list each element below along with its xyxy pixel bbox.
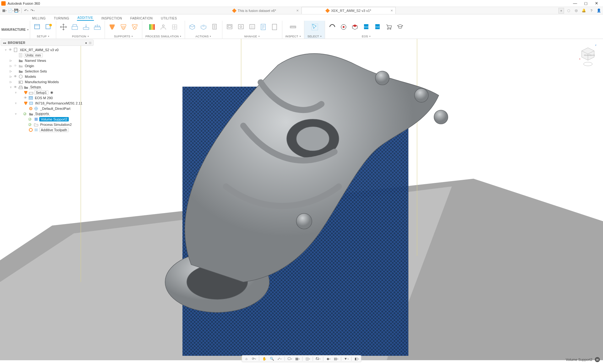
print-settings-library-icon[interactable]	[237, 23, 245, 31]
bar-support-icon[interactable]	[119, 23, 128, 31]
expand-icon[interactable]: ▿	[9, 86, 12, 89]
expand-icon[interactable]: ▷	[9, 70, 12, 73]
nav-zoom-icon[interactable]: 🔍	[269, 356, 274, 361]
nav-visibility-icon[interactable]: ◆	[326, 356, 331, 361]
panel-label[interactable]: SETUP	[37, 35, 49, 38]
tree-node[interactable]: ▷👁Models	[1, 74, 94, 79]
nav-pan-icon[interactable]: ✋	[262, 356, 267, 361]
data-panel-icon[interactable]: ▦	[2, 8, 7, 13]
ribbon-tab-turning[interactable]: TURNING	[53, 17, 70, 21]
volume-support-icon[interactable]	[108, 23, 116, 31]
panel-label[interactable]: SELECT	[307, 35, 322, 38]
browser-settings-icon[interactable]: ⊞	[89, 41, 91, 45]
browser-options-icon[interactable]: ●	[85, 41, 87, 45]
tree-node[interactable]: ▿👁XEK_RT_AMM_S2 v3 v0	[1, 47, 94, 52]
window-close-button[interactable]: ✕	[591, 0, 602, 7]
panel-label[interactable]: EOS	[362, 35, 371, 38]
nav-analysis-icon[interactable]: ◧	[354, 356, 359, 361]
move-icon[interactable]	[59, 23, 68, 31]
nav-sync-icon[interactable]: 🗘	[316, 356, 321, 361]
results-icon[interactable]	[171, 23, 179, 31]
ribbon-tab-inspection[interactable]: INSPECTION	[101, 17, 123, 21]
lattice-support-icon[interactable]	[131, 23, 139, 31]
tree-node[interactable]: ▿👁Setups	[1, 84, 94, 90]
panel-label[interactable]: ACTIONS	[195, 35, 211, 38]
expand-icon[interactable]: ▿	[14, 91, 17, 94]
panel-label[interactable]: PROCESS SIMULATION	[145, 35, 182, 38]
active-setup-icon[interactable]: ◉	[50, 90, 53, 94]
tree-node[interactable]: _Default_DirectPart	[1, 106, 94, 111]
document-tab-inactive[interactable]: This is fusion dataset v6* ×	[207, 7, 302, 14]
nav-layers-icon[interactable]: ▤	[334, 356, 339, 361]
window-minimize-button[interactable]: —	[570, 0, 580, 7]
material-library-icon[interactable]	[248, 23, 256, 31]
tree-node[interactable]: ▷Selection Sets	[1, 68, 94, 74]
undo-icon[interactable]: ↶	[24, 8, 29, 13]
visibility-icon[interactable]: 👁	[13, 75, 18, 78]
ribbon-tab-additive[interactable]: ADDITIVE	[77, 16, 94, 21]
setup-icon[interactable]	[33, 23, 41, 31]
redo-icon[interactable]: ↷	[30, 8, 35, 13]
new-setup-icon[interactable]	[45, 23, 53, 31]
close-icon[interactable]: ×	[296, 8, 299, 13]
expand-icon[interactable]: ▷	[9, 64, 12, 67]
select-icon[interactable]	[311, 23, 319, 31]
nav-fit-icon[interactable]: ⤢	[277, 356, 282, 361]
tree-node[interactable]: ▷Manufacturing Models	[1, 79, 94, 84]
nav-filter-icon[interactable]: ▼	[344, 356, 349, 361]
eos-store-icon[interactable]	[385, 23, 393, 31]
expand-icon[interactable]: ▿	[14, 102, 17, 105]
browser-header[interactable]: ◂◂ BROWSER ● ⊞	[1, 40, 94, 46]
viewcube[interactable]: z x RIGHT BACK	[578, 42, 598, 67]
tree-node[interactable]: ▿IN718_PerformanceM291 2.11	[1, 100, 94, 106]
tree-node[interactable]: ▷👁Origin	[1, 63, 94, 68]
panel-label[interactable]: MANAGE	[244, 35, 260, 38]
tree-node[interactable]: Additive Toolpath	[1, 127, 94, 132]
post-process-icon[interactable]	[211, 23, 219, 31]
visibility-icon[interactable]: 👁	[23, 96, 28, 99]
tree-node[interactable]: Volume Support2	[1, 116, 94, 122]
ribbon-tab-utilities[interactable]: UTILITIES	[160, 17, 177, 21]
tree-node[interactable]: 👁EOS M 290	[1, 95, 94, 100]
close-icon[interactable]: ×	[390, 8, 393, 13]
tree-node[interactable]: Units: mm	[1, 52, 94, 58]
expand-icon[interactable]: ▿	[4, 48, 7, 51]
eos-exposure-icon[interactable]	[351, 23, 359, 31]
tree-node[interactable]: ▿Supports	[1, 111, 94, 116]
nav-orbit-icon[interactable]: ⟳	[252, 356, 257, 361]
ribbon-tab-fabrication[interactable]: FABRICATION	[130, 17, 153, 21]
machine-library-icon[interactable]	[225, 23, 234, 31]
auto-orient-icon[interactable]	[71, 23, 79, 31]
nav-grid-icon[interactable]: ▦	[295, 356, 300, 361]
tree-node[interactable]: Process Simulation2	[1, 122, 94, 127]
new-tab-icon[interactable]: +	[558, 8, 564, 13]
file-menu-icon[interactable]: 📄	[8, 8, 13, 13]
measure-icon[interactable]	[289, 23, 297, 31]
simulate-toolpath-icon[interactable]	[199, 23, 208, 31]
nav-home-icon[interactable]: ⌂	[244, 356, 249, 361]
visibility-icon[interactable]: 👁	[13, 85, 18, 89]
nav-viewports-icon[interactable]: ◫	[305, 356, 310, 361]
addins-icon[interactable]	[271, 23, 279, 31]
eos-task-icon[interactable]: TASK	[362, 23, 370, 31]
tree-node[interactable]: ▷Named Views	[1, 58, 94, 63]
visibility-icon[interactable]: 👁	[8, 48, 13, 51]
ribbon-tab-milling[interactable]: MILLING	[31, 17, 46, 21]
profile-avatar-icon[interactable]: 👤	[596, 8, 602, 13]
panel-label[interactable]: POSITION	[72, 35, 89, 38]
expand-icon[interactable]: ▷	[9, 80, 12, 83]
expand-icon[interactable]: ▷	[9, 75, 12, 78]
eos-build-icon[interactable]	[340, 23, 348, 31]
nav-display-icon[interactable]: 🖵	[287, 356, 292, 361]
expand-icon[interactable]: ▿	[14, 112, 17, 115]
job-status-icon[interactable]: ◎	[573, 8, 579, 13]
place-icon[interactable]	[82, 23, 90, 31]
tree-node[interactable]: ▿Setup1◉	[1, 90, 94, 95]
browser-collapse-icon[interactable]: ◂◂	[3, 41, 6, 45]
messages-icon[interactable]: ✉	[595, 357, 600, 362]
help-icon[interactable]: ?	[589, 8, 594, 13]
panel-label[interactable]: SUPPORTS	[114, 35, 133, 38]
eos-learn-icon[interactable]	[396, 23, 404, 31]
expand-icon[interactable]: ▷	[9, 59, 12, 62]
panel-label[interactable]: INSPECT	[285, 35, 301, 38]
